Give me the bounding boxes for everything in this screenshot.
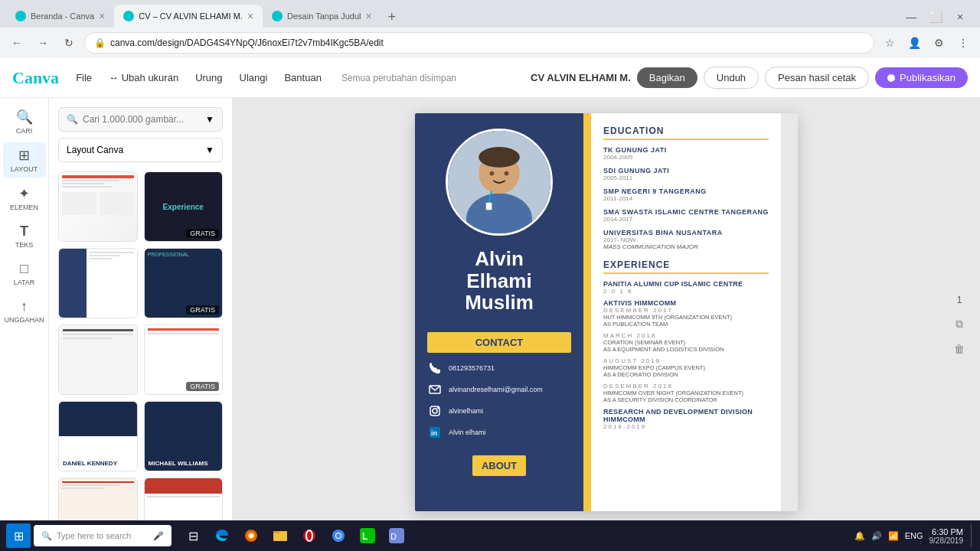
tab-close-desain[interactable]: × <box>365 10 371 22</box>
close-button[interactable]: × <box>949 6 971 28</box>
edu-item-univ: UNIVERSITAS BINA NUSANTARA 2017- NOW MAS… <box>603 229 769 250</box>
tab-close-beranda[interactable]: × <box>99 10 105 22</box>
edu-item-smp: SMP NEGERI 9 TANGERANG 2011-2014 <box>603 187 769 202</box>
about-header: ABOUT <box>472 455 526 476</box>
exp-item-aktivis: AKTIVIS HIMMCOMM DESEMBER 2017 HUT HIMMC… <box>603 299 769 328</box>
microphone-icon[interactable]: 🎤 <box>153 531 164 541</box>
notification-icon[interactable]: 🔔 <box>854 531 865 541</box>
new-tab-button[interactable]: + <box>381 6 403 28</box>
menu-bantuan[interactable]: Bantuan <box>276 67 328 88</box>
linkedin-text: Alvin elhami <box>449 429 486 436</box>
taskbar-app-chrome[interactable] <box>326 523 351 548</box>
template-card-1[interactable] <box>58 171 138 242</box>
sidebar-tool-latar[interactable]: □ LATAR <box>3 256 46 291</box>
layout-icon: ⊞ <box>18 147 30 164</box>
panel-search-input[interactable] <box>83 114 201 125</box>
start-button[interactable]: ⊞ <box>6 523 31 548</box>
browser-frame: Beranda - Canva × CV – CV ALVIN ELHAMI M… <box>0 0 980 58</box>
contact-header: CONTACT <box>427 332 571 353</box>
sidebar-tool-cari[interactable]: 🔍 CARI <box>3 104 46 139</box>
tab-icon-desain <box>272 11 283 21</box>
taskbar-app-edge[interactable] <box>210 523 234 548</box>
education-header: EDUCATION <box>603 126 769 140</box>
taskbar-app-explorer[interactable] <box>268 523 292 548</box>
template-card-5[interactable] <box>58 324 138 395</box>
canvas-area[interactable]: Alvin Elhami Muslim CONTACT <box>233 98 980 551</box>
exp-item-rnd: RESEARCH AND DEVELOPMENT DIVISION HIMMCO… <box>603 408 769 430</box>
volume-icon[interactable]: 🔊 <box>871 531 882 541</box>
svg-point-3 <box>479 147 520 168</box>
canva-logo[interactable]: Canva <box>12 68 59 88</box>
exp-item-desember2018: DESEMBER 2018 HIMMCOMM OVER NIGHT (ORGAN… <box>603 383 769 403</box>
menu-ubah-ukuran[interactable]: ↔ Ubah ukuran <box>101 67 186 88</box>
contact-instagram-item: alvinelhami <box>427 403 571 419</box>
sidebar-tool-layout[interactable]: ⊞ LAYOUT <box>3 142 46 178</box>
tab-beranda[interactable]: Beranda - Canva × <box>6 5 114 28</box>
share-button[interactable]: Bagikan <box>637 67 697 88</box>
print-button[interactable]: Pesan hasil cetak <box>765 67 869 89</box>
menu-icon[interactable]: ⋮ <box>952 32 974 54</box>
background-icon: □ <box>20 261 28 277</box>
edu-item-sdi: SDI GUNUNG JATI 2005-2011 <box>603 167 769 181</box>
extensions-icon[interactable]: ⚙ <box>928 32 949 54</box>
template-card-4[interactable]: PROFESSIONAL GRATIS <box>144 248 224 318</box>
contact-email-item: alvinandreselhami@gmail.com <box>427 382 571 397</box>
elements-icon: ✦ <box>18 185 30 202</box>
layout-dropdown[interactable]: Layout Canva ▼ <box>58 138 223 162</box>
minimize-button[interactable]: — <box>900 6 922 28</box>
taskbar-search[interactable]: 🔍 Type here to search 🎤 <box>34 525 172 546</box>
template-preview-daniel: DANIEL KENNEDY <box>59 402 137 471</box>
menu-urung[interactable]: Urung <box>188 67 230 88</box>
instagram-text: alvinelhami <box>449 407 483 415</box>
copy-icon[interactable]: ⧉ <box>956 318 963 331</box>
template-badge-6: GRATIS <box>186 382 219 391</box>
sidebar-tool-unggahan[interactable]: ↑ UNGGAHAN <box>3 294 46 328</box>
experience-header: EXPERIENCE <box>603 259 769 274</box>
template-card-michael[interactable]: MICHAEL WILLIAMS <box>144 401 224 471</box>
template-card-2[interactable]: Experience GRATIS <box>144 171 224 242</box>
template-card-3[interactable] <box>58 248 138 318</box>
star-icon[interactable]: ☆ <box>879 32 900 54</box>
taskbar-app-opera[interactable] <box>297 523 322 548</box>
cv-photo-container <box>446 129 553 236</box>
back-button[interactable]: ← <box>6 32 28 54</box>
delete-icon[interactable]: 🗑 <box>954 343 965 355</box>
email-text: alvinandreselhami@gmail.com <box>449 386 543 393</box>
template-card-6[interactable]: GRATIS <box>144 324 224 395</box>
template-badge-2: GRATIS <box>186 229 219 238</box>
download-button[interactable]: Unduh <box>704 67 759 89</box>
search-dropdown-icon[interactable]: ▼ <box>205 114 214 125</box>
show-desktop-button[interactable] <box>971 524 974 547</box>
svg-point-10 <box>433 409 437 413</box>
svg-text:in: in <box>431 429 437 437</box>
sidebar-tool-teks[interactable]: T TEKS <box>3 219 46 253</box>
publish-button[interactable]: Publikasikan <box>875 67 968 88</box>
search-icon: 🔍 <box>16 109 33 126</box>
taskbar-app-discord[interactable]: D <box>384 523 409 548</box>
template-grid: Experience GRATIS <box>58 171 223 551</box>
template-preview-1 <box>59 172 137 241</box>
address-bar[interactable]: 🔒 canva.com/design/DADG4S4YNpQ/J6noxEi7t… <box>84 32 874 54</box>
taskbar-app-taskview[interactable]: ⊟ <box>181 523 205 548</box>
profile-icon[interactable]: 👤 <box>903 32 925 54</box>
taskbar-app-line[interactable]: L <box>355 523 380 548</box>
tab-cv[interactable]: CV – CV ALVIN ELHAMI M. × <box>114 5 263 28</box>
maximize-button[interactable]: ⬜ <box>925 6 946 28</box>
menu-ulangi[interactable]: Ulangi <box>232 67 276 88</box>
exp-item-august2018: AUGUST 2018 HIMMCOMM EXPO (CAMPUS EVENT)… <box>603 357 769 378</box>
layout-panel: 🔍 ▼ Layout Canva ▼ <box>49 98 233 551</box>
template-card-daniel[interactable]: DANIEL KENNEDY <box>58 401 138 471</box>
exp-item-panitia: PANITIA ALUMNI CUP ISLAMIC CENTRE 2 0 1 … <box>603 280 769 295</box>
reload-button[interactable]: ↻ <box>58 32 80 54</box>
svg-text:L: L <box>362 531 368 542</box>
tab-desain[interactable]: Desain Tanpa Judul × <box>263 5 381 28</box>
linkedin-icon: in <box>427 425 443 440</box>
forward-button[interactable]: → <box>32 32 54 54</box>
tab-close-cv[interactable]: × <box>247 10 253 22</box>
taskbar-app-firefox[interactable] <box>239 523 263 548</box>
header-right: CV ALVIN ELHAMI M. Bagikan Unduh Pesan h… <box>531 67 968 89</box>
network-icon[interactable]: 📶 <box>888 531 899 541</box>
menu-file[interactable]: File <box>68 67 100 88</box>
sidebar-tool-elemen[interactable]: ✦ ELEMEN <box>3 181 46 216</box>
panel-search-box[interactable]: 🔍 ▼ <box>58 107 223 132</box>
